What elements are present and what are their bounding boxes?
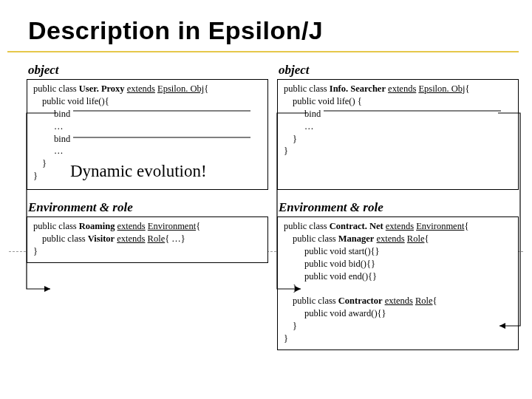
left-column: object public class User. Proxy extends … [27, 60, 268, 352]
t: public class [33, 221, 79, 231]
t: extends [388, 83, 416, 94]
t: Role [407, 233, 425, 244]
left-env-box: public class Roaming extends Environment… [27, 216, 268, 263]
code-line: … [33, 120, 262, 133]
code-line: bind [33, 108, 262, 120]
t: { [196, 221, 200, 231]
code-line: public class User. Proxy extends Epsilon… [33, 83, 262, 95]
t: Roaming [79, 221, 115, 231]
t: public class [293, 296, 338, 306]
env-role-label-left: Environment & role [28, 200, 268, 215]
t: Contractor [338, 296, 383, 306]
t: User. Proxy [79, 83, 125, 94]
columns: object public class User. Proxy extends … [0, 57, 532, 352]
t: Info. Searcher [330, 83, 386, 94]
object-label-right: object [279, 63, 519, 78]
t: public class [33, 83, 79, 94]
code-line: … [33, 145, 262, 157]
code-line: } [284, 332, 512, 345]
t: extends [377, 233, 405, 244]
t: extends [385, 296, 413, 306]
t: public class [284, 83, 330, 94]
t: Visitor [88, 233, 115, 244]
t: Epsilon. Obj [157, 83, 204, 94]
right-column: object public class Info. Searcher exten… [277, 60, 519, 352]
t: public class [42, 233, 88, 244]
svg-marker-2 [44, 286, 50, 292]
code-line: bind [284, 108, 512, 120]
code-line: public void bid(){} [284, 258, 512, 270]
code-line: } [284, 133, 512, 146]
code-line: } [33, 245, 262, 258]
t: Environment [148, 221, 196, 231]
code-line: … [284, 120, 512, 133]
code-line: public void award(){} [284, 307, 512, 320]
code-line: public class Visitor extends Role{ …} [33, 233, 262, 245]
t: { [464, 221, 468, 231]
t: Environment [416, 221, 464, 231]
code-line: public void life(){ [33, 95, 262, 108]
code-line: bind [33, 133, 262, 146]
t: { [424, 233, 429, 244]
t: Manager [338, 233, 375, 244]
env-role-label-right: Environment & role [279, 200, 519, 215]
code-line: public void life() { [284, 95, 512, 108]
page-title: Description in Epsilon/J [7, 0, 519, 52]
code-line: } [284, 282, 512, 295]
t: Epsilon. Obj [418, 83, 465, 94]
t: { [433, 296, 437, 306]
code-line: public void start(){} [284, 245, 512, 258]
t: { [466, 83, 470, 94]
left-object-box: public class User. Proxy extends Epsilon… [27, 79, 268, 190]
code-line: } [284, 320, 512, 332]
dynamic-evolution-label: Dynamic evolution! [70, 160, 207, 183]
code-line: public void end(){} [284, 270, 512, 283]
t: extends [117, 233, 145, 244]
code-line: public class Roaming extends Environment… [33, 220, 262, 233]
t: { [204, 83, 208, 94]
t: { …} [165, 233, 185, 244]
right-env-box: public class Contract. Net extends Envir… [277, 216, 519, 350]
t: public class [284, 221, 330, 231]
code-line: public class Contract. Net extends Envir… [284, 220, 512, 233]
object-label-left: object [28, 63, 268, 78]
t: extends [127, 83, 155, 94]
code-line: public class Contractor extends Role{ [284, 295, 512, 307]
t: Role [415, 296, 433, 306]
code-line: public class Info. Searcher extends Epsi… [284, 83, 512, 95]
code-line: } [284, 145, 512, 157]
t: Contract. Net [330, 221, 383, 231]
t: extends [117, 221, 146, 231]
t: extends [386, 221, 414, 231]
t: public class [293, 233, 338, 244]
right-object-box: public class Info. Searcher extends Epsi… [277, 79, 519, 190]
t: Role [148, 233, 166, 244]
code-line: public class Manager extends Role{ [284, 233, 512, 245]
